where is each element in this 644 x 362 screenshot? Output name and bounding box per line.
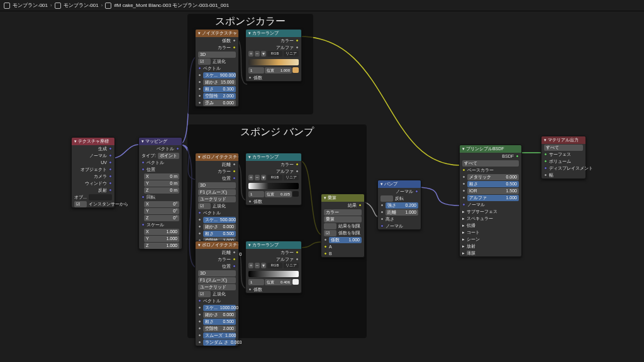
crumb-2[interactable]: モンブラン-001 bbox=[55, 2, 99, 9]
node-material-output[interactable]: ▾ マテリアル出力 すべて サーフェス ボリューム ディスプレイスメント 幅 bbox=[541, 136, 586, 179]
node-header[interactable]: ▾ マテリアル出力 bbox=[541, 136, 586, 144]
node-header[interactable]: ▾ バンプ bbox=[378, 180, 421, 188]
breadcrumb-bar: モンブラン-001 › モンブラン-001 › #M cake_Mont Bla… bbox=[0, 0, 644, 11]
node-header[interactable]: ▾ ボロノイテクスチャ bbox=[196, 241, 238, 249]
node-voronoi-2[interactable]: ▾ ボロノイテクスチャ 距離 カラー 位置 3D F1 (スムーズ) ユークリッ… bbox=[195, 241, 239, 346]
color-ramp-gradient[interactable] bbox=[248, 183, 299, 189]
object-icon bbox=[4, 3, 10, 9]
material-icon bbox=[105, 3, 111, 9]
node-noise-texture[interactable]: ▾ ノイズテクスチャ 係数 カラー 3D 正規化 ベクトル スケ...900.0… bbox=[195, 29, 239, 107]
node-mapping[interactable]: ▾ マッピング ベクトル タイプ:ポイント ベクトル 位置 X0 m Y0 m … bbox=[138, 137, 182, 250]
node-mix-multiply[interactable]: ▾ 乗算 結果 カラー 乗算 結果を制限 係数を制限 係数1.000 A B bbox=[321, 194, 365, 258]
node-header[interactable]: ▾ マッピング bbox=[139, 138, 182, 145]
node-header[interactable]: ▾ 乗算 bbox=[321, 194, 364, 202]
node-header[interactable]: ▾ ボロノイテクスチャ bbox=[196, 153, 238, 161]
crumb-3[interactable]: #M cake_Mont Blanc-003 モンブラン-003-001_001 bbox=[105, 2, 229, 9]
node-header[interactable]: ▾ プリンシプルBSDF bbox=[460, 145, 521, 153]
node-bump[interactable]: ▾ バンプ ノーマル 反転 強さ0.200 距離1.000 高さ ノーマル bbox=[377, 180, 421, 230]
crumb-1[interactable]: モンブラン-001 bbox=[4, 2, 48, 9]
node-canvas[interactable]: スポンジカラー スポンジ バンプ ▾ テクスチャ座標 生成 ノーマル UV オブ… bbox=[0, 11, 644, 362]
node-header[interactable]: ▾ カラーランプ bbox=[246, 30, 301, 37]
crumb-sep-icon: › bbox=[50, 3, 52, 8]
node-texture-coordinate[interactable]: ▾ テクスチャ座標 生成 ノーマル UV オブジェクト カメラ ウィンドウ 反射… bbox=[71, 137, 115, 208]
node-header[interactable]: ▾ カラーランプ bbox=[246, 153, 301, 161]
node-principled-bsdf[interactable]: ▾ プリンシプルBSDF BSDF すべて ベースカラー メタリック0.000 … bbox=[459, 145, 522, 257]
node-header[interactable]: ▾ ノイズテクスチャ bbox=[196, 30, 238, 37]
node-header[interactable]: ▾ テクスチャ座標 bbox=[72, 138, 114, 145]
node-color-ramp-3[interactable]: ▾ カラーランプ カラー アルファ +−▾RGBリニア 1位置0.406 係数 bbox=[245, 241, 302, 293]
frame-title: スポンジカラー bbox=[187, 15, 313, 28]
node-header[interactable]: ▾ カラーランプ bbox=[246, 241, 301, 249]
node-color-ramp-1[interactable]: ▾ カラーランプ カラー アルファ +−▾RGBリニア 1位置1.000 係数 bbox=[245, 29, 302, 82]
frame-title: スポンジ バンプ bbox=[187, 126, 367, 139]
mesh-icon bbox=[55, 3, 61, 9]
crumb-sep-icon: › bbox=[101, 3, 103, 8]
node-color-ramp-2[interactable]: ▾ カラーランプ カラー アルファ +−▾RGBリニア 1位置0.225 係数 bbox=[245, 153, 302, 206]
color-ramp-gradient[interactable] bbox=[248, 59, 299, 65]
color-ramp-gradient[interactable] bbox=[248, 271, 299, 277]
